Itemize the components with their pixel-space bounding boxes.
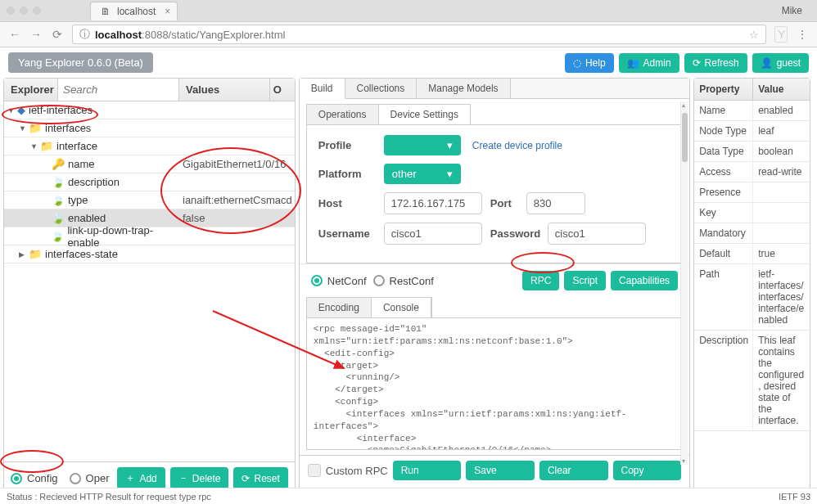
username-input[interactable] xyxy=(384,223,482,245)
expand-icon[interactable]: ▼ xyxy=(30,142,37,151)
tree-node-label: name xyxy=(68,158,95,170)
property-name: Default xyxy=(694,244,753,263)
config-radio[interactable]: Config xyxy=(11,472,58,484)
reload-icon[interactable]: ⟳ xyxy=(51,28,64,41)
password-input[interactable] xyxy=(548,223,646,245)
save-button[interactable]: Save xyxy=(466,461,535,480)
property-name: Description xyxy=(694,331,753,430)
scrollbar[interactable] xyxy=(680,101,688,465)
browser-tab[interactable]: 🗎 localhost × xyxy=(90,2,178,20)
script-button[interactable]: Script xyxy=(564,271,606,290)
restconf-radio[interactable]: RestConf xyxy=(373,275,434,287)
menu-icon[interactable]: ⋮ xyxy=(796,28,809,41)
add-button[interactable]: ＋Add xyxy=(117,467,165,489)
browser-chrome: 🗎 localhost × Mike ← → ⟳ ⓘ localhost :80… xyxy=(0,0,817,47)
bookmark-icon[interactable]: ☆ xyxy=(749,29,759,41)
window-controls xyxy=(7,7,41,15)
tree-row[interactable]: 🍃description xyxy=(4,173,295,191)
reset-button[interactable]: ⟳Reset xyxy=(233,467,287,489)
property-row: Defaulttrue xyxy=(694,244,810,264)
custom-rpc-checkbox[interactable] xyxy=(308,464,321,477)
expand-icon[interactable]: ▼ xyxy=(19,124,25,133)
close-icon[interactable]: × xyxy=(165,6,170,17)
subtab-operations[interactable]: Operations xyxy=(307,105,379,124)
refresh-button[interactable]: ⟳Refresh xyxy=(684,53,747,73)
platform-label: Platform xyxy=(318,168,376,180)
tab-encoding[interactable]: Encoding xyxy=(307,298,372,317)
url-path: :8088/static/YangExplorer.html xyxy=(142,29,285,41)
tree-row[interactable]: ▶📁interfaces-state xyxy=(4,245,295,263)
help-button[interactable]: ◌Help xyxy=(565,53,614,73)
property-value: This leaf contains the configured, desir… xyxy=(753,331,810,430)
info-icon[interactable]: ⓘ xyxy=(79,27,90,42)
forward-icon[interactable]: → xyxy=(29,28,43,41)
property-name: Data Type xyxy=(694,142,753,161)
back-icon[interactable]: ← xyxy=(8,28,21,41)
explorer-title: Explorer xyxy=(4,79,58,101)
device-settings-form: Profile ▾ Create device profile Platform… xyxy=(306,124,683,263)
tree-node-value[interactable]: false xyxy=(179,212,295,224)
tree-node-value[interactable]: ianaift:ethernetCsmacd xyxy=(179,194,295,206)
folder-icon: 📁 xyxy=(40,140,53,152)
search-input[interactable] xyxy=(58,79,178,101)
property-row: Mandatory xyxy=(694,223,810,244)
delete-button[interactable]: －Delete xyxy=(170,467,229,489)
tree-row[interactable]: ▼📁interface xyxy=(4,137,295,155)
property-value: read-write xyxy=(753,162,810,182)
create-profile-link[interactable]: Create device profile xyxy=(472,140,562,151)
guest-button[interactable]: 👤guest xyxy=(752,53,809,73)
users-icon: 👥 xyxy=(627,57,639,69)
close-window-icon[interactable] xyxy=(7,7,15,15)
property-name: Name xyxy=(694,101,753,120)
subtab-device-settings[interactable]: Device Settings xyxy=(379,105,470,125)
username-label: Username xyxy=(318,227,376,240)
minimize-window-icon[interactable] xyxy=(20,7,28,15)
yandex-icon[interactable]: Y xyxy=(774,26,788,43)
property-value: enabled xyxy=(753,101,810,120)
run-button[interactable]: Run xyxy=(393,461,462,480)
admin-button[interactable]: 👥Admin xyxy=(619,53,679,73)
tree-row[interactable]: ▼📁interfaces xyxy=(4,119,295,137)
tree-node-value[interactable]: GigabitEthernet1/0/16 xyxy=(179,158,295,170)
profile-select[interactable]: ▾ xyxy=(384,135,461,155)
reset-icon: ⟳ xyxy=(241,473,250,484)
rpc-button[interactable]: RPC xyxy=(522,271,559,290)
copy-button[interactable]: Copy xyxy=(613,461,682,480)
property-row: Pathietf-interfaces/interfaces/interface… xyxy=(694,264,810,331)
tree-row[interactable]: 🍃typeianaift:ethernetCsmacd xyxy=(4,191,295,209)
capabilities-button[interactable]: Capabilities xyxy=(611,271,678,290)
props-header-property: Property xyxy=(694,79,753,100)
tab-build[interactable]: Build xyxy=(300,79,345,99)
tree[interactable]: ▼◆ietf-interfaces▼📁interfaces▼📁interface… xyxy=(4,101,295,461)
address-bar[interactable]: ⓘ localhost :8088/static/YangExplorer.ht… xyxy=(72,25,766,44)
property-value: leaf xyxy=(753,121,810,141)
property-row: DescriptionThis leaf contains the config… xyxy=(694,331,810,431)
folder-icon: 📁 xyxy=(29,248,42,260)
port-label: Port xyxy=(490,197,518,209)
tree-node-label: interfaces xyxy=(45,122,91,134)
console-output[interactable]: <rpc message-id="101" xmlns="urn:ietf:pa… xyxy=(306,317,683,450)
property-row: Data Typeboolean xyxy=(694,142,810,162)
expand-icon[interactable]: ▼ xyxy=(7,106,14,115)
host-label: Host xyxy=(318,197,376,209)
port-input[interactable] xyxy=(526,192,585,214)
tab-collections[interactable]: Collections xyxy=(345,79,418,98)
custom-rpc-label: Custom RPC xyxy=(326,465,388,477)
maximize-window-icon[interactable] xyxy=(33,7,41,15)
tree-row[interactable]: ▼◆ietf-interfaces xyxy=(4,101,295,119)
file-icon: 🗎 xyxy=(101,6,111,17)
property-value xyxy=(753,182,810,202)
tab-console[interactable]: Console xyxy=(372,298,431,318)
tree-node-label: interfaces-state xyxy=(45,248,118,260)
netconf-radio[interactable]: NetConf xyxy=(311,275,367,287)
host-input[interactable] xyxy=(384,192,482,214)
platform-select[interactable]: other▾ xyxy=(384,164,461,184)
tree-row[interactable]: 🔑nameGigabitEthernet1/0/16 xyxy=(4,155,295,173)
tree-row[interactable]: 🍃link-up-down-trap-enable xyxy=(4,227,295,245)
clear-button[interactable]: Clear xyxy=(539,461,608,480)
expand-icon[interactable]: ▶ xyxy=(19,250,25,259)
tab-manage[interactable]: Manage Models xyxy=(417,79,510,98)
github-icon: ◌ xyxy=(573,57,581,69)
property-value: boolean xyxy=(753,142,810,161)
oper-radio[interactable]: Oper xyxy=(70,472,110,484)
